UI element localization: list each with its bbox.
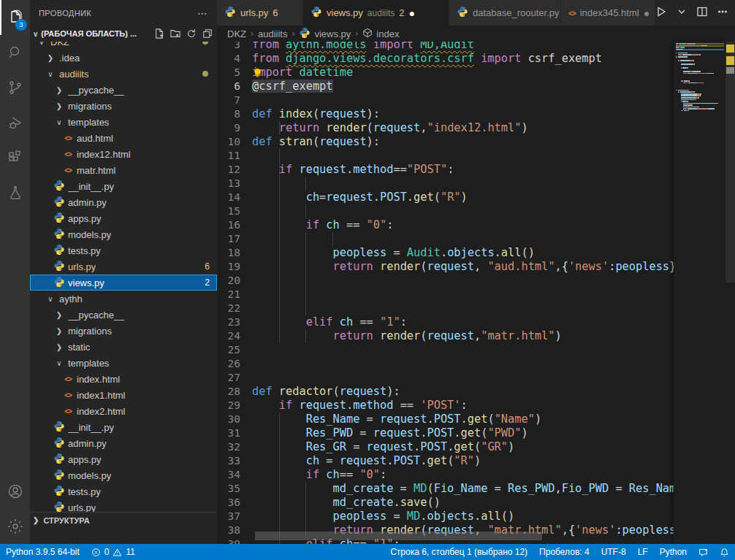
code-editor[interactable]: 3from aythh.models import MD,Audit4from … — [217, 42, 674, 544]
tree-item-templates[interactable]: ∨templates — [30, 114, 217, 130]
line-number: 25 — [217, 343, 252, 357]
tree-item--init-py[interactable]: __init__.py — [30, 419, 217, 435]
breadcrumb-item-dkz[interactable]: DKZ — [227, 28, 246, 39]
language-mode[interactable]: Python — [654, 544, 693, 560]
tab-index345-html[interactable]: <>index345.html● — [561, 0, 655, 26]
outline-section-header[interactable]: ❯ СТРУКТУРА — [30, 512, 217, 528]
breadcrumb-item-views-py[interactable]: views.py — [299, 27, 351, 41]
tree-item--pycache-[interactable]: ❯__pycache__ — [30, 307, 217, 323]
code-text: return render(request, "aud.html",{'news… — [252, 260, 674, 274]
chevron-right-icon: ❯ — [53, 343, 65, 351]
account-icon[interactable] — [0, 474, 30, 509]
tree-item-index-html[interactable]: <>index.html — [30, 371, 217, 387]
breadcrumb-item-index[interactable]: index — [362, 28, 399, 40]
horizontal-scrollbar[interactable] — [255, 532, 542, 540]
tree-item-aythh[interactable]: ∨aythh — [30, 291, 217, 307]
settings-gear-icon[interactable] — [0, 509, 30, 544]
tree-item-views-py[interactable]: views.py2 — [30, 275, 217, 291]
python-file-icon — [53, 196, 65, 209]
tree-item-urls-py[interactable]: urls.py — [30, 499, 217, 512]
indent-guide — [279, 204, 280, 218]
tree-item-matr-html[interactable]: <>matr.html — [30, 162, 217, 178]
code-text: def redactor(request): — [252, 385, 400, 399]
feedback-icon[interactable] — [693, 544, 714, 560]
tree-item-index2-html[interactable]: <>index2.html — [30, 403, 217, 419]
tree-item-tests-py[interactable]: tests.py — [30, 483, 217, 499]
breadcrumb-item-audiiits[interactable]: audiiits — [258, 28, 287, 39]
status-bar: Python 3.9.5 64-bit011 Строка 6, столбец… — [0, 544, 735, 560]
tree-item-admin-py[interactable]: admin.py — [30, 194, 217, 210]
chevron-down-icon: ∨ — [36, 42, 47, 46]
dirty-indicator-icon[interactable]: ● — [644, 8, 650, 18]
new-folder-icon[interactable] — [169, 27, 182, 40]
extensions-icon[interactable] — [0, 140, 30, 175]
run-python-file-icon[interactable] — [655, 6, 667, 20]
tree-item-apps-py[interactable]: apps.py — [30, 210, 217, 226]
tree-item-label: aud.html — [77, 133, 113, 144]
tree-item-migrations[interactable]: ❯migrations — [30, 323, 217, 339]
python-interpreter[interactable]: Python 3.9.5 64-bit — [0, 544, 85, 560]
tree-item--init-py[interactable]: __init__.py — [30, 178, 217, 194]
new-file-icon[interactable] — [153, 27, 166, 40]
testing-icon[interactable] — [0, 175, 30, 210]
breadcrumb: DKZ›audiiits›views.py›index — [217, 26, 735, 42]
tree-item-models-py[interactable]: models.py — [30, 226, 217, 242]
code-text: ch=request.POST.get("R") — [252, 191, 468, 204]
code-line-25: 25 — [217, 343, 674, 357]
tree-item-index1-html[interactable]: <>index1.html — [30, 387, 217, 403]
tab-views-py[interactable]: views.pyaudiiits2● — [303, 0, 449, 26]
warning-icon — [113, 548, 122, 557]
workspace-section-header[interactable]: ∨ (РАБОЧАЯ ОБЛАСТЬ) ... — [30, 26, 217, 42]
run-debug-icon[interactable] — [0, 105, 30, 140]
indentation[interactable]: Пробелов: 4 — [533, 544, 595, 560]
python-file-icon — [53, 212, 65, 225]
tree-item-urls-py[interactable]: urls.py6 — [30, 258, 217, 275]
eol[interactable]: LF — [632, 544, 654, 560]
line-number: 13 — [217, 177, 252, 191]
minimap[interactable] — [674, 42, 726, 544]
language-mode-label: Python — [660, 547, 687, 557]
indent-guide — [279, 232, 280, 246]
line-number: 18 — [217, 246, 252, 260]
tree-item-models-py[interactable]: models.py — [30, 467, 217, 483]
tree-item-admin-py[interactable]: admin.py — [30, 435, 217, 451]
cursor-position[interactable]: Строка 6, столбец 1 (выбрано 12) — [384, 544, 533, 560]
problems-status[interactable]: 011 — [85, 544, 141, 560]
tree-item-dkz[interactable]: ∨DKZ — [30, 42, 217, 50]
code-text: if request.method=="POST": — [252, 163, 454, 177]
python-version-label: Python 3.9.5 64-bit — [6, 547, 80, 557]
dirty-indicator-icon[interactable]: ● — [408, 8, 414, 18]
code-action-lightbulb-icon[interactable] — [252, 67, 263, 78]
tree-item-migrations[interactable]: ❯migrations — [30, 98, 217, 114]
tab-database-roouter-py[interactable]: database_roouter.py — [449, 0, 561, 26]
tree-item--idea[interactable]: ❯.idea — [30, 50, 217, 66]
tree-item-aud-html[interactable]: <>aud.html — [30, 130, 217, 146]
run-dropdown-chevron-icon[interactable] — [676, 6, 688, 20]
sidebar-more-actions-icon[interactable]: ⋯ — [197, 7, 208, 19]
sidebar-title-row: ПРОВОДНИК ⋯ — [30, 0, 217, 26]
source-control-icon[interactable] — [0, 70, 30, 105]
breadcrumb-label: views.py — [314, 28, 351, 39]
tree-item-templates[interactable]: ∨templates — [30, 355, 217, 371]
more-actions-icon[interactable] — [717, 6, 728, 20]
tree-item-audiiits[interactable]: ∨audiiits — [30, 66, 217, 82]
indent-guide — [305, 302, 306, 315]
python-file-icon — [53, 228, 65, 241]
chevron-right-icon: ❯ — [53, 327, 65, 335]
explorer-icon[interactable]: 3 — [0, 0, 30, 35]
tree-item--pycache-[interactable]: ❯__pycache__ — [30, 82, 217, 98]
refresh-icon[interactable] — [185, 27, 198, 40]
tab-description: audiiits — [368, 8, 395, 18]
tree-item-apps-py[interactable]: apps.py — [30, 451, 217, 467]
tree-item-static[interactable]: ❯static — [30, 339, 217, 355]
notifications-bell-icon[interactable] — [714, 544, 735, 560]
tree-item-tests-py[interactable]: tests.py — [30, 242, 217, 258]
search-icon[interactable] — [0, 35, 30, 70]
tab-urls-py[interactable]: urls.py6 — [217, 0, 303, 26]
split-editor-icon[interactable] — [696, 6, 708, 20]
indent-guide — [305, 288, 306, 302]
tree-item-index12-html[interactable]: <>index12.html — [30, 146, 217, 162]
collapse-folders-icon[interactable] — [201, 27, 214, 40]
html-file-icon: <> — [62, 391, 74, 399]
encoding[interactable]: UTF-8 — [595, 544, 632, 560]
